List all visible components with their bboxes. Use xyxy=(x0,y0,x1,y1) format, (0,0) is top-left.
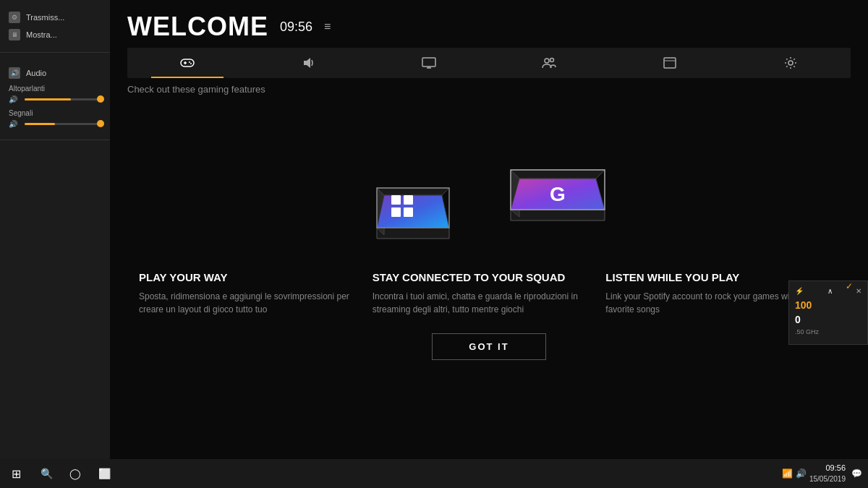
signal-icon: 🔊 xyxy=(9,120,20,128)
taskbar: ⊞ 🔍 ◯ ⬜ 📶 🔊 09:56 15/05/2019 💬 xyxy=(0,459,868,488)
speaker-track[interactable] xyxy=(25,98,101,100)
search-button[interactable]: 🔍 xyxy=(32,459,61,488)
svg-text:G: G xyxy=(550,183,566,205)
friends-svg-icon xyxy=(542,57,556,69)
svg-point-10 xyxy=(550,59,554,62)
signal-slider-row: 🔊 xyxy=(9,120,101,128)
value-100: 100 xyxy=(795,299,812,311)
svg-marker-14 xyxy=(377,228,449,239)
signal-thumb xyxy=(97,120,104,127)
play-desc: Sposta, ridimensiona e aggiungi le sovri… xyxy=(139,290,361,316)
audio-section: 🔊 Audio Altoparlanti 🔊 Segnali 🔊 xyxy=(0,61,110,140)
features-icons-area: G xyxy=(110,100,868,260)
taskbar-time: 09:56 xyxy=(809,463,846,474)
svg-rect-21 xyxy=(404,207,413,217)
value-0-row: 0 xyxy=(795,314,861,325)
speaker-taskbar-icon: 🔊 xyxy=(796,468,807,479)
mostra-label: Mostra... xyxy=(26,30,57,39)
modal-title: WELCOME xyxy=(127,12,268,42)
modal-header: WELCOME 09:56 ≡ xyxy=(110,0,868,48)
got-it-container: GOT IT xyxy=(110,325,868,374)
svg-rect-20 xyxy=(391,207,401,217)
right-panel-close[interactable]: ✕ xyxy=(856,287,861,295)
connected-desc: Incontra i tuoi amici, chatta e guarda l… xyxy=(373,290,595,316)
freq-row: .50 GHz xyxy=(795,328,861,335)
features-cards: PLAY YOUR WAY Sposta, ridimensiona e agg… xyxy=(110,260,868,325)
trasmissione-label: Trasmiss... xyxy=(26,13,64,22)
mostra-item: 🖥 Mostra... xyxy=(9,29,101,40)
play-title: PLAY YOUR WAY xyxy=(139,271,361,284)
tab-gamepad[interactable] xyxy=(127,48,248,78)
value-0: 0 xyxy=(795,314,801,325)
window-svg-icon xyxy=(663,57,676,69)
task-view-button[interactable]: ⬜ xyxy=(90,459,119,488)
gamepad-svg-icon xyxy=(180,57,195,69)
svg-point-9 xyxy=(545,59,549,63)
left-panel: ⚙ Trasmiss... 🖥 Mostra... 🔊 Audio Altopa… xyxy=(0,0,110,459)
right-panel-expand[interactable]: ∧ xyxy=(827,287,833,295)
taskbar-date: 15/05/2019 xyxy=(809,474,846,484)
wifi-icon: 📶 xyxy=(782,468,793,479)
speaker-thumb xyxy=(97,95,104,103)
cortana-button[interactable]: ◯ xyxy=(61,459,90,488)
svg-point-4 xyxy=(190,63,192,64)
taskbar-clock: 09:56 15/05/2019 xyxy=(809,463,846,484)
signal-fill xyxy=(25,123,55,125)
segnali-label: Segnali xyxy=(9,109,101,117)
svg-rect-19 xyxy=(404,195,413,205)
tab-audio[interactable] xyxy=(248,48,369,78)
g-key-container: G xyxy=(503,141,612,238)
modal-time: 09:56 xyxy=(280,20,312,35)
freq-label: .50 GHz xyxy=(795,328,819,335)
connected-title: STAY CONNECTED TO YOUR SQUAD xyxy=(373,271,595,284)
svg-marker-25 xyxy=(511,170,605,179)
right-panel-percent: 100 ✓ xyxy=(795,299,812,311)
audio-title-row: 🔊 Audio xyxy=(9,67,101,79)
display-svg-icon xyxy=(422,57,436,69)
hamburger-icon[interactable]: ≡ xyxy=(324,20,331,33)
tab-window[interactable] xyxy=(610,48,731,78)
audio-title: Audio xyxy=(26,69,46,77)
windows-key-icon xyxy=(366,155,460,249)
tab-display[interactable] xyxy=(368,48,489,78)
notification-icon[interactable]: 💬 xyxy=(851,468,862,479)
svg-point-3 xyxy=(189,61,190,63)
signal-track[interactable] xyxy=(25,123,101,125)
mostra-icon: 🖥 xyxy=(9,29,20,40)
g-key-icon: G xyxy=(503,141,612,235)
start-button[interactable]: ⊞ xyxy=(0,459,32,488)
speaker-slider-row: 🔊 xyxy=(9,95,101,103)
svg-marker-23 xyxy=(511,210,605,221)
got-it-button[interactable]: GOT IT xyxy=(432,333,545,360)
value-100-row: 100 ✓ xyxy=(795,299,861,311)
audio-svg-icon xyxy=(302,56,315,69)
toolbar-tabs xyxy=(127,48,851,78)
right-panel-icon: ⚡ xyxy=(795,287,804,295)
checkmark-icon: ✓ xyxy=(846,281,853,291)
svg-rect-18 xyxy=(391,195,401,205)
tab-settings[interactable] xyxy=(730,48,851,78)
speaker-icon: 🔊 xyxy=(9,95,20,103)
modal-subtitle: Check out these gaming features xyxy=(110,78,868,100)
svg-marker-5 xyxy=(304,58,310,68)
svg-marker-16 xyxy=(377,188,449,195)
speaker-fill xyxy=(25,98,71,100)
windows-key-container xyxy=(366,155,460,252)
svg-point-13 xyxy=(788,61,793,65)
trasmissione-section: ⚙ Trasmiss... 🖥 Mostra... xyxy=(0,6,110,53)
feature-card-connected: STAY CONNECTED TO YOUR SQUAD Incontra i … xyxy=(373,271,606,316)
feature-card-play: PLAY YOUR WAY Sposta, ridimensiona e agg… xyxy=(139,271,373,316)
svg-rect-11 xyxy=(664,58,676,68)
modal-overlay: WELCOME 09:56 ≡ xyxy=(110,0,868,459)
altoparlanti-label: Altoparlanti xyxy=(9,85,101,93)
trasmissione-item: ⚙ Trasmiss... xyxy=(9,12,101,23)
tab-friends[interactable] xyxy=(489,48,610,78)
audio-icon: 🔊 xyxy=(9,67,20,79)
taskbar-right-area: 📶 🔊 09:56 15/05/2019 💬 xyxy=(782,463,868,484)
svg-rect-0 xyxy=(181,59,194,67)
trasmissione-icon: ⚙ xyxy=(9,12,20,23)
svg-rect-6 xyxy=(422,58,435,67)
settings-svg-icon xyxy=(784,56,797,69)
right-side-panel: ⚡ ∧ ✕ 100 ✓ 0 .50 GHz xyxy=(788,281,868,345)
